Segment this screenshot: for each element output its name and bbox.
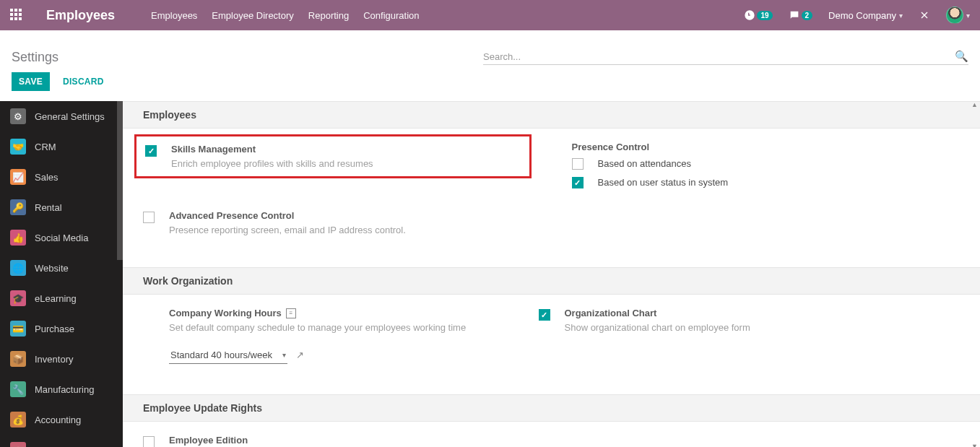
menu-reporting[interactable]: Reporting bbox=[308, 10, 349, 21]
discard-button[interactable]: DISCARD bbox=[63, 77, 104, 87]
messages-count: 2 bbox=[802, 11, 813, 20]
search-icon[interactable]: 🔍 bbox=[955, 50, 968, 63]
section-body-employees: Skills Management Enrich employee profil… bbox=[123, 129, 980, 267]
thumbs-up-icon: 👍 bbox=[10, 230, 26, 246]
setting-title: Skills Management bbox=[171, 144, 373, 155]
search-input[interactable] bbox=[483, 51, 955, 62]
company-working-hours-label: Company Working Hours bbox=[169, 308, 282, 318]
graduation-icon: 🎓 bbox=[10, 290, 26, 306]
sidebar-item-label: CRM bbox=[35, 142, 56, 152]
scroll-down-icon[interactable]: ▼ bbox=[971, 443, 979, 447]
messages-button[interactable]: 2 bbox=[789, 9, 813, 21]
advanced-presence-checkbox[interactable] bbox=[143, 212, 155, 223]
support-icon[interactable] bbox=[919, 9, 930, 21]
sidebar-item-manufacturing[interactable]: 🔧Manufacturing bbox=[0, 374, 123, 404]
chat-icon bbox=[789, 9, 800, 21]
company-dropdown[interactable]: Demo Company ▾ bbox=[828, 10, 903, 21]
card-icon: 💳 bbox=[10, 321, 26, 337]
chevron-down-icon: ▾ bbox=[282, 351, 286, 359]
sidebar-item-label: Website bbox=[35, 263, 69, 274]
action-bar: SAVE DISCARD bbox=[0, 65, 980, 101]
presence-option-label: Based on attendances bbox=[598, 158, 691, 169]
money-icon: 💰 bbox=[10, 412, 26, 428]
app-brand[interactable]: Employees bbox=[46, 8, 115, 23]
menu-employees[interactable]: Employees bbox=[151, 10, 197, 21]
sidebar-item-label: Inventory bbox=[35, 354, 73, 365]
sidebar-item-elearning[interactable]: 🎓eLearning bbox=[0, 283, 123, 313]
sidebar-item-website[interactable]: 🌐Website bbox=[0, 253, 123, 283]
settings-sidebar: ⚙General Settings 🤝CRM 📈Sales 🔑Rental 👍S… bbox=[0, 101, 123, 447]
main-area: ⚙General Settings 🤝CRM 📈Sales 🔑Rental 👍S… bbox=[0, 101, 980, 447]
setting-title: Advanced Presence Control bbox=[169, 210, 406, 221]
search-bar[interactable]: 🔍 bbox=[483, 50, 968, 65]
sidebar-item-label: Purchase bbox=[35, 324, 74, 334]
settings-content: Employees Skills Management Enrich emplo… bbox=[123, 101, 980, 447]
scroll-up-icon[interactable]: ▲ bbox=[971, 101, 979, 108]
setting-desc: Set default company schedule to manage y… bbox=[169, 321, 466, 334]
sidebar-item-label: Social Media bbox=[35, 233, 88, 243]
sidebar-item-label: General Settings bbox=[35, 111, 105, 122]
box-icon: 📦 bbox=[10, 351, 26, 367]
sidebar-item-label: Accounting bbox=[35, 415, 81, 425]
document-icon[interactable]: ≡ bbox=[286, 308, 296, 318]
sidebar-item-purchase[interactable]: 💳Purchase bbox=[0, 313, 123, 344]
key-icon: 🔑 bbox=[10, 199, 26, 215]
sidebar-item-general-settings[interactable]: ⚙General Settings bbox=[0, 101, 123, 131]
external-link-icon[interactable]: ↗ bbox=[296, 350, 304, 360]
avatar bbox=[946, 6, 963, 24]
activities-button[interactable]: 19 bbox=[744, 9, 772, 21]
sidebar-item-label: Manufacturing bbox=[35, 384, 94, 395]
sidebar-item-label: Rental bbox=[35, 202, 62, 213]
presence-userstatus-checkbox[interactable] bbox=[572, 177, 584, 188]
section-head-work-organization: Work Organization bbox=[123, 267, 980, 295]
wallet-icon: 💵 bbox=[10, 442, 26, 447]
sidebar-item-accounting[interactable]: 💰Accounting bbox=[0, 404, 123, 435]
top-nav: Employees Employees Employee Directory R… bbox=[0, 0, 980, 30]
section-head-update-rights: Employee Update Rights bbox=[123, 394, 980, 422]
working-hours-select[interactable]: Standard 40 hours/week ▾ bbox=[169, 348, 287, 364]
apps-icon[interactable] bbox=[10, 9, 23, 22]
globe-icon: 🌐 bbox=[10, 260, 26, 276]
section-body-work-organization: Company Working Hours ≡ Set default comp… bbox=[123, 295, 980, 394]
wrench-icon: 🔧 bbox=[10, 381, 26, 397]
main-menu: Employees Employee Directory Reporting C… bbox=[151, 10, 419, 21]
user-menu[interactable]: ▾ bbox=[946, 6, 970, 24]
section-body-update-rights: Employee Edition bbox=[123, 422, 980, 447]
handshake-icon: 🤝 bbox=[10, 139, 26, 155]
menu-employee-directory[interactable]: Employee Directory bbox=[212, 10, 293, 21]
organizational-chart-checkbox[interactable] bbox=[539, 309, 550, 321]
highlight-box: Skills Management Enrich employee profil… bbox=[134, 134, 532, 178]
vertical-scrollbar[interactable]: ▲ ▼ bbox=[973, 101, 979, 447]
company-name: Demo Company bbox=[828, 10, 896, 21]
sidebar-item-label: eLearning bbox=[35, 293, 77, 304]
sidebar-item-sales[interactable]: 📈Sales bbox=[0, 162, 123, 192]
presence-option-label: Based on user status in system bbox=[598, 177, 729, 188]
chart-icon: 📈 bbox=[10, 169, 26, 185]
save-button[interactable]: SAVE bbox=[12, 72, 50, 91]
presence-attendances-checkbox[interactable] bbox=[572, 158, 584, 170]
sidebar-item-rental[interactable]: 🔑Rental bbox=[0, 192, 123, 222]
sidebar-item-label: Sales bbox=[35, 172, 58, 183]
sidebar-item-crm[interactable]: 🤝CRM bbox=[0, 131, 123, 162]
menu-configuration[interactable]: Configuration bbox=[363, 10, 419, 21]
working-hours-value: Standard 40 hours/week bbox=[170, 350, 272, 360]
skills-management-checkbox[interactable] bbox=[145, 145, 157, 157]
section-head-employees: Employees bbox=[123, 101, 980, 129]
activities-count: 19 bbox=[757, 11, 772, 20]
setting-desc: Enrich employee profiles with skills and… bbox=[171, 157, 373, 170]
sidebar-item-inventory[interactable]: 📦Inventory bbox=[0, 344, 123, 374]
setting-title: Employee Edition bbox=[169, 435, 248, 446]
employee-edition-checkbox[interactable] bbox=[143, 436, 155, 447]
sidebar-item-payroll[interactable]: 💵Payroll bbox=[0, 435, 123, 447]
sidebar-item-social-media[interactable]: 👍Social Media bbox=[0, 222, 123, 253]
chevron-down-icon: ▾ bbox=[899, 12, 903, 19]
presence-control-title: Presence Control bbox=[572, 142, 952, 152]
gear-icon: ⚙ bbox=[10, 108, 26, 124]
chevron-down-icon: ▾ bbox=[966, 12, 970, 19]
setting-desc: Show organizational chart on employee fo… bbox=[565, 321, 750, 334]
setting-title: Organizational Chart bbox=[565, 308, 750, 318]
page-title: Settings bbox=[12, 50, 58, 65]
right-nav: 19 2 Demo Company ▾ ▾ bbox=[744, 6, 970, 24]
setting-desc: Presence reporting screen, email and IP … bbox=[169, 224, 406, 237]
sidebar-item-label: Payroll bbox=[35, 445, 64, 448]
